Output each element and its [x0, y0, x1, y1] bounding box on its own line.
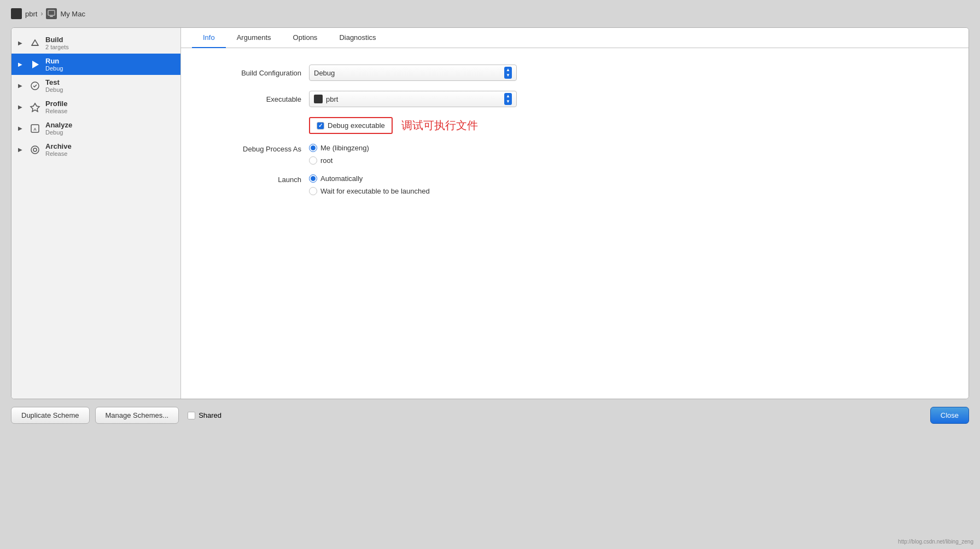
- close-button[interactable]: Close: [930, 407, 969, 424]
- sidebar-item-profile[interactable]: ▶ Profile Release: [11, 96, 180, 118]
- profile-icon: [29, 101, 41, 113]
- analyze-text: Analyze Debug: [45, 121, 72, 136]
- executable-label: Executable: [203, 95, 301, 103]
- analyze-name: Analyze: [45, 121, 72, 129]
- archive-icon: [29, 144, 41, 156]
- radio-wait[interactable]: [309, 187, 317, 195]
- content-area: Info Arguments Options Diagnostics Build…: [181, 28, 969, 399]
- build-sub: 2 targets: [45, 44, 69, 50]
- build-config-stepper[interactable]: ▲ ▼: [504, 67, 512, 79]
- sidebar-arrow-build: ▶: [18, 40, 25, 46]
- executable-stepper[interactable]: ▲ ▼: [504, 93, 512, 105]
- exec-stepper-up-icon[interactable]: ▲: [506, 94, 510, 99]
- debug-executable-checkbox[interactable]: [317, 122, 324, 130]
- tab-arguments[interactable]: Arguments: [226, 28, 282, 48]
- exec-stepper-down-icon[interactable]: ▼: [506, 99, 510, 104]
- radio-root-label: root: [320, 156, 332, 165]
- debug-executable-label: Debug executable: [328, 121, 385, 130]
- build-config-row: Build Configuration Debug ▲ ▼: [203, 65, 947, 81]
- duplicate-scheme-button[interactable]: Duplicate Scheme: [11, 407, 90, 424]
- launch-row: Launch Automatically Wait for executable…: [203, 174, 947, 195]
- test-icon: [29, 80, 41, 92]
- debug-process-label: Debug Process As: [203, 145, 301, 153]
- debug-process-radio-group: Me (libingzeng) root: [309, 144, 369, 165]
- test-text: Test Debug: [45, 78, 63, 93]
- close-button-container: Close: [930, 407, 969, 424]
- svg-text:A: A: [33, 127, 37, 132]
- watermark: http://blog.csdn.net/libing_zeng: [898, 539, 973, 545]
- build-config-value: Debug: [314, 69, 335, 77]
- launch-option-auto[interactable]: Automatically: [309, 174, 430, 183]
- executable-select[interactable]: pbrt ▲ ▼: [309, 91, 517, 107]
- radio-auto-label: Automatically: [320, 174, 363, 183]
- run-text: Run Debug: [45, 57, 63, 72]
- tab-options[interactable]: Options: [282, 28, 329, 48]
- debug-process-option-me[interactable]: Me (libingzeng): [309, 144, 369, 152]
- sidebar-arrow-run: ▶: [18, 61, 25, 67]
- build-config-control: Debug ▲ ▼: [309, 65, 582, 81]
- debug-executable-row: Debug executable 调试可执行文件: [203, 117, 947, 134]
- launch-option-wait[interactable]: Wait for executable to be launched: [309, 187, 430, 195]
- top-bar: pbrt › My Mac: [0, 0, 980, 27]
- executable-value: pbrt: [326, 95, 338, 103]
- tabs-bar: Info Arguments Options Diagnostics: [181, 28, 969, 48]
- archive-text: Archive Release: [45, 142, 72, 157]
- sidebar-arrow-profile: ▶: [18, 104, 25, 110]
- archive-name: Archive: [45, 142, 72, 150]
- debug-process-option-root[interactable]: root: [309, 156, 369, 165]
- radio-auto[interactable]: [309, 174, 317, 183]
- tab-diagnostics[interactable]: Diagnostics: [328, 28, 387, 48]
- svg-rect-1: [50, 16, 53, 17]
- sidebar-item-analyze[interactable]: ▶ A Analyze Debug: [11, 118, 180, 139]
- debug-executable-checkbox-group[interactable]: Debug executable: [309, 117, 393, 134]
- sidebar-item-build[interactable]: ▶ Build 2 targets: [11, 32, 180, 54]
- build-config-select[interactable]: Debug ▲ ▼: [309, 65, 517, 81]
- profile-sub: Release: [45, 108, 67, 114]
- project-name: pbrt: [25, 10, 37, 18]
- executable-control: pbrt ▲ ▼: [309, 91, 582, 107]
- svg-point-8: [33, 148, 37, 151]
- svg-rect-0: [48, 10, 55, 15]
- mac-label: My Mac: [60, 10, 85, 18]
- profile-text: Profile Release: [45, 100, 67, 114]
- launch-radio-group: Automatically Wait for executable to be …: [309, 174, 430, 195]
- sidebar-item-run[interactable]: ▶ Run Debug: [11, 54, 180, 75]
- shared-checkbox[interactable]: [188, 412, 195, 419]
- main-container: ▶ Build 2 targets ▶ Run Debug ▶: [11, 27, 969, 399]
- analyze-sub: Debug: [45, 129, 72, 136]
- shared-row: Shared: [188, 411, 221, 419]
- debug-executable-control: Debug executable 调试可执行文件: [309, 117, 582, 134]
- test-name: Test: [45, 78, 63, 86]
- radio-me-label: Me (libingzeng): [320, 144, 369, 152]
- run-icon: [29, 59, 41, 71]
- svg-point-7: [31, 146, 39, 154]
- debug-process-control: Me (libingzeng) root: [309, 144, 582, 165]
- build-text: Build 2 targets: [45, 36, 69, 50]
- analyze-icon: A: [29, 122, 41, 135]
- tab-info[interactable]: Info: [192, 28, 226, 48]
- executable-app-icon: [314, 95, 323, 103]
- project-icon: [11, 8, 22, 19]
- build-icon: [29, 37, 41, 49]
- executable-row: Executable pbrt ▲ ▼: [203, 91, 947, 107]
- sidebar-item-archive[interactable]: ▶ Archive Release: [11, 139, 180, 160]
- launch-control: Automatically Wait for executable to be …: [309, 174, 582, 195]
- sidebar-arrow-test: ▶: [18, 83, 25, 89]
- bottom-toolbar: Duplicate Scheme Manage Schemes... Share…: [0, 399, 980, 431]
- manage-schemes-button[interactable]: Manage Schemes...: [95, 407, 179, 424]
- debug-process-row: Debug Process As Me (libingzeng) root: [203, 144, 947, 165]
- sidebar-item-test[interactable]: ▶ Test Debug: [11, 75, 180, 96]
- stepper-down-icon[interactable]: ▼: [506, 73, 510, 78]
- profile-name: Profile: [45, 100, 67, 108]
- stepper-up-icon[interactable]: ▲: [506, 67, 510, 73]
- test-sub: Debug: [45, 86, 63, 93]
- sidebar: ▶ Build 2 targets ▶ Run Debug ▶: [11, 28, 181, 399]
- build-config-label: Build Configuration: [203, 69, 301, 77]
- content-panel: Build Configuration Debug ▲ ▼ Executable: [181, 48, 969, 399]
- archive-sub: Release: [45, 150, 72, 157]
- run-sub: Debug: [45, 65, 63, 72]
- radio-me[interactable]: [309, 144, 317, 152]
- breadcrumb-chevron: ›: [40, 10, 43, 17]
- annotation-text: 调试可执行文件: [401, 118, 478, 133]
- radio-root[interactable]: [309, 156, 317, 165]
